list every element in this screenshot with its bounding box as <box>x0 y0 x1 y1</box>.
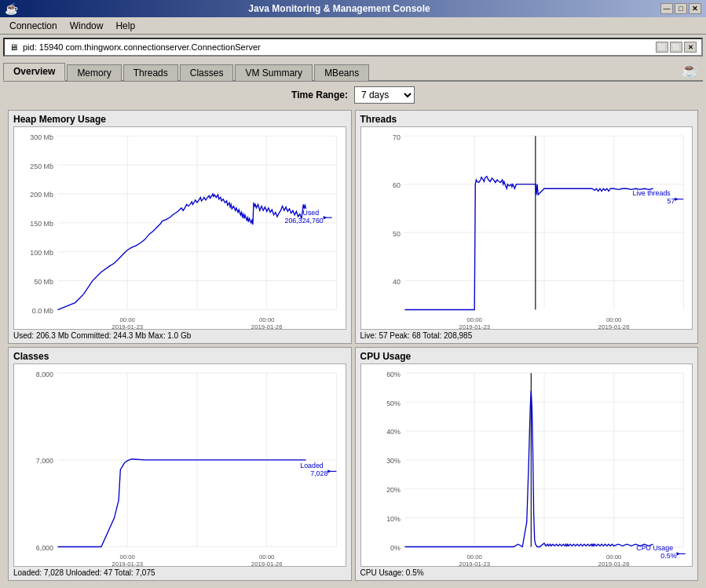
svg-text:Used: Used <box>303 209 320 217</box>
svg-text:60%: 60% <box>386 371 401 378</box>
svg-text:00:00: 00:00 <box>466 553 482 561</box>
addr-btn-2[interactable]: ⬜ <box>670 42 682 53</box>
svg-text:50%: 50% <box>386 400 401 407</box>
tab-threads[interactable]: Threads <box>123 64 178 81</box>
svg-text:0.5%: 0.5% <box>660 552 676 560</box>
svg-text:50 Mb: 50 Mb <box>34 278 53 286</box>
svg-text:0.0 Mb: 0.0 Mb <box>32 307 53 315</box>
svg-text:300 Mb: 300 Mb <box>30 133 53 141</box>
svg-text:40%: 40% <box>386 429 401 436</box>
svg-text:2019-01-23: 2019-01-23 <box>112 323 143 329</box>
svg-text:2019-01-26: 2019-01-26 <box>251 323 283 329</box>
maximize-button[interactable]: □ <box>675 3 687 14</box>
heap-memory-chart: 300 Mb 250 Mb 200 Mb 150 Mb 100 Mb 50 Mb… <box>13 126 346 330</box>
svg-text:0%: 0% <box>390 544 401 552</box>
menu-connection[interactable]: Connection <box>3 19 64 33</box>
addr-btn-3[interactable]: ✕ <box>684 42 697 53</box>
menu-bar: Connection Window Help <box>0 17 706 35</box>
svg-text:00:00: 00:00 <box>605 553 621 561</box>
svg-text:206,324,760: 206,324,760 <box>285 217 324 225</box>
svg-text:00:00: 00:00 <box>259 316 275 323</box>
address-icon: 🖥 <box>9 42 18 52</box>
cpu-usage-footer: CPU Usage: 0.5% <box>360 568 693 577</box>
svg-text:6,000: 6,000 <box>36 544 53 552</box>
classes-title: Classes <box>13 351 346 362</box>
classes-panel: Classes 8,000 7,000 6,000 <box>8 347 352 581</box>
classes-footer: Loaded: 7,028 Unloaded: 47 Total: 7,075 <box>13 568 346 577</box>
svg-text:40: 40 <box>393 278 401 286</box>
svg-marker-64 <box>327 469 331 473</box>
cpu-usage-title: CPU Usage <box>360 351 693 362</box>
svg-text:2019-01-23: 2019-01-23 <box>112 561 143 566</box>
pid-label: pid: 15940 com.thingworx.connectionserve… <box>23 42 261 52</box>
tab-mbeans[interactable]: MBeans <box>314 64 369 81</box>
svg-text:150 Mb: 150 Mb <box>30 220 53 228</box>
svg-text:2019-01-23: 2019-01-23 <box>459 323 490 329</box>
svg-text:8,000: 8,000 <box>36 371 53 378</box>
svg-text:10%: 10% <box>386 515 401 523</box>
menu-help[interactable]: Help <box>109 19 141 33</box>
tab-overview[interactable]: Overview <box>3 63 65 81</box>
title-bar: ☕ Java Monitoring & Management Console —… <box>0 0 706 17</box>
tab-classes[interactable]: Classes <box>180 64 234 81</box>
svg-text:2019-01-26: 2019-01-26 <box>598 323 629 329</box>
svg-text:2019-01-26: 2019-01-26 <box>598 561 629 566</box>
svg-text:200 Mb: 200 Mb <box>30 191 53 199</box>
svg-text:100 Mb: 100 Mb <box>30 249 53 257</box>
svg-text:Live threads: Live threads <box>632 189 671 197</box>
heap-memory-footer: Used: 206.3 Mb Committed: 244.3 Mb Max: … <box>13 331 346 340</box>
svg-text:60: 60 <box>393 181 401 189</box>
classes-chart: 8,000 7,000 6,000 00:00 2019-01-23 00:00… <box>13 363 346 567</box>
svg-text:00:00: 00:00 <box>466 316 482 323</box>
cpu-usage-panel: CPU Usage <box>355 347 699 581</box>
close-button[interactable]: ✕ <box>689 3 701 14</box>
threads-chart: 70 60 50 40 00:00 2019-01-23 00:00 2019-… <box>360 126 693 330</box>
threads-title: Threads <box>360 114 693 125</box>
charts-grid: Heap Memory Usage <box>8 110 698 581</box>
time-range-label: Time Range: <box>291 89 348 100</box>
svg-text:57: 57 <box>667 197 675 205</box>
svg-text:00:00: 00:00 <box>259 553 275 561</box>
window-title: Java Monitoring & Management Console <box>18 3 660 14</box>
svg-text:CPU Usage: CPU Usage <box>636 544 673 552</box>
time-range-bar: Time Range: 7 days 1 hour 2 hours 3 hour… <box>8 86 698 104</box>
svg-text:250 Mb: 250 Mb <box>30 163 53 170</box>
svg-text:00:00: 00:00 <box>119 316 135 323</box>
address-bar: 🖥 pid: 15940 com.thingworx.connectionser… <box>3 38 703 57</box>
svg-text:7,028: 7,028 <box>310 469 327 477</box>
addr-btn-1[interactable]: ⬜ <box>656 42 668 53</box>
svg-text:50: 50 <box>393 230 401 238</box>
svg-text:30%: 30% <box>386 457 401 465</box>
svg-text:00:00: 00:00 <box>605 316 621 323</box>
tab-vm-summary[interactable]: VM Summary <box>235 64 313 81</box>
svg-text:20%: 20% <box>386 486 401 494</box>
svg-text:7,000: 7,000 <box>36 457 53 465</box>
threads-footer: Live: 57 Peak: 68 Total: 208,985 <box>360 331 693 340</box>
content-area: 🖥 pid: 15940 com.thingworx.connectionser… <box>0 35 706 588</box>
heap-memory-title: Heap Memory Usage <box>13 114 346 125</box>
menu-window[interactable]: Window <box>64 19 110 33</box>
minimize-button[interactable]: — <box>660 3 673 14</box>
svg-text:2019-01-26: 2019-01-26 <box>251 561 283 566</box>
svg-marker-25 <box>324 216 327 219</box>
main-panel: Time Range: 7 days 1 hour 2 hours 3 hour… <box>3 82 703 586</box>
svg-marker-91 <box>676 552 679 555</box>
title-bar-controls: — □ ✕ <box>660 3 701 14</box>
cpu-usage-chart: 60% 50% 40% 30% 20% 10% 0% 00:00 2019-01… <box>360 363 693 567</box>
svg-text:2019-01-23: 2019-01-23 <box>459 561 490 566</box>
svg-text:70: 70 <box>393 133 401 141</box>
heap-memory-panel: Heap Memory Usage <box>8 110 352 344</box>
svg-text:Loaded: Loaded <box>300 462 324 469</box>
svg-marker-46 <box>675 197 678 200</box>
tab-memory[interactable]: Memory <box>67 64 121 81</box>
time-range-select[interactable]: 7 days 1 hour 2 hours 3 hours 6 hours 12… <box>354 86 415 104</box>
java-icon: ☕ <box>676 60 703 80</box>
svg-text:00:00: 00:00 <box>119 553 135 561</box>
threads-panel: Threads 70 60 <box>355 110 699 344</box>
